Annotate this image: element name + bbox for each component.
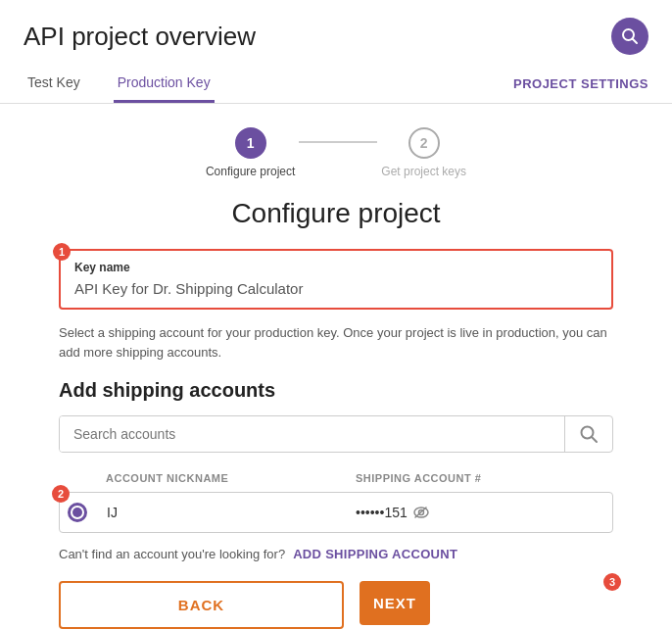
step-2: 2 Get project keys <box>381 127 466 178</box>
project-settings-link[interactable]: PROJECT SETTINGS <box>513 76 648 91</box>
account-nickname: IJ <box>107 505 356 520</box>
key-name-label: Key name <box>74 261 598 274</box>
badge-2: 2 <box>52 485 70 503</box>
actions-row: BACK NEXT 3 <box>59 581 613 629</box>
tab-production-key[interactable]: Production Key <box>114 65 215 103</box>
badge-1: 1 <box>53 243 71 261</box>
helper-text: Select a shipping account for your produ… <box>59 323 613 362</box>
badge-3: 3 <box>603 573 621 591</box>
back-button[interactable]: BACK <box>59 581 344 629</box>
step-connector <box>299 141 377 143</box>
main-content: Configure project 1 Key name Select a sh… <box>0 188 672 629</box>
step-2-label: Get project keys <box>381 165 466 178</box>
add-shipping-account-link[interactable]: ADD SHIPPING ACCOUNT <box>293 547 457 561</box>
page-title: API project overview <box>24 22 256 52</box>
add-shipping-title: Add shipping accounts <box>59 379 613 402</box>
next-button[interactable]: NEXT <box>360 581 430 625</box>
step-2-circle: 2 <box>408 127 440 159</box>
search-button-accounts[interactable] <box>564 416 612 452</box>
svg-line-1 <box>633 39 638 44</box>
radio-button[interactable] <box>68 503 87 522</box>
search-row <box>59 415 613 453</box>
search-input[interactable] <box>60 416 564 452</box>
tab-test-key[interactable]: Test Key <box>24 65 84 103</box>
key-name-field-section: 1 Key name <box>59 249 613 310</box>
search-button[interactable] <box>611 18 648 55</box>
col-account-nickname: ACCOUNT NICKNAME <box>106 472 356 484</box>
radio-inner <box>72 508 82 517</box>
cant-find-row: Can't find an account you're looking for… <box>59 547 613 561</box>
next-btn-wrapper: NEXT 3 <box>360 581 613 629</box>
step-1-circle: 1 <box>235 127 266 159</box>
table-row[interactable]: 2 IJ ••••••151 <box>59 492 613 533</box>
eye-icon[interactable] <box>413 505 429 520</box>
table-header: ACCOUNT NICKNAME SHIPPING ACCOUNT # <box>59 468 613 488</box>
cant-find-text: Can't find an account you're looking for… <box>59 547 285 561</box>
step-1: 1 Configure project <box>206 127 295 178</box>
configure-title: Configure project <box>59 198 613 229</box>
account-number: ••••••151 <box>356 505 604 520</box>
stepper: 1 Configure project 2 Get project keys <box>0 127 672 178</box>
svg-line-3 <box>592 437 597 442</box>
tabs-bar: Test Key Production Key PROJECT SETTINGS <box>0 65 672 104</box>
step-1-label: Configure project <box>206 165 295 178</box>
key-name-input[interactable] <box>74 280 598 297</box>
col-shipping-account: SHIPPING ACCOUNT # <box>356 472 605 484</box>
